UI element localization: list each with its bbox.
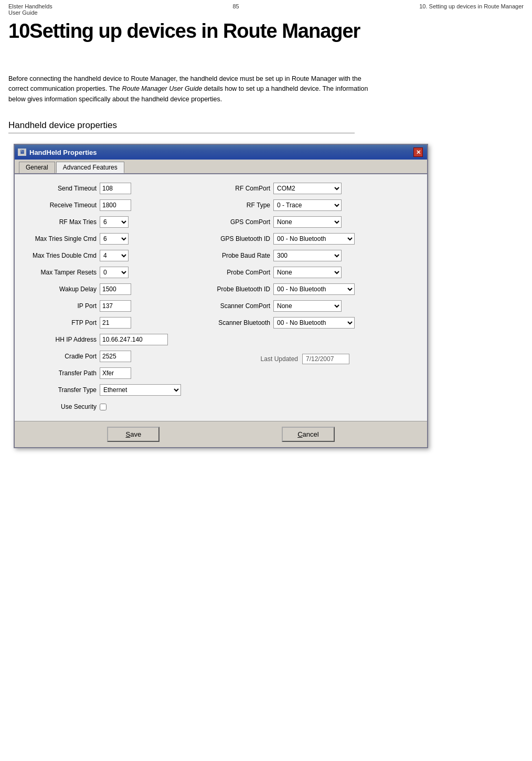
scanner-bluetooth-label: Scanner Bluetooth bbox=[207, 319, 270, 326]
probe-comport-label: Probe ComPort bbox=[207, 269, 270, 276]
probe-bluetooth-row: Probe Bluetooth ID 00 - No Bluetooth bbox=[207, 282, 355, 296]
handheld-properties-dialog: 🖥 HandHeld Properties ✕ General Advanced… bbox=[14, 144, 428, 448]
scanner-bluetooth-row: Scanner Bluetooth 00 - No Bluetooth bbox=[207, 316, 355, 330]
receive-timeout-row: Receive Timeout bbox=[23, 198, 181, 212]
max-tries-double-label: Max Tries Double Cmd bbox=[23, 252, 97, 259]
tab-advanced-features[interactable]: Advanced Features bbox=[56, 162, 124, 173]
dialog-icon: 🖥 bbox=[18, 149, 26, 156]
gps-bluetooth-select[interactable]: 00 - No Bluetooth bbox=[273, 233, 355, 245]
section-heading: Handheld device properties bbox=[8, 120, 355, 133]
scanner-comport-label: Scanner ComPort bbox=[207, 302, 270, 310]
chapter-title: 10Setting up devices in Route Manager bbox=[8, 20, 524, 43]
last-updated-row: Last Updated 7/12/2007 bbox=[207, 354, 355, 364]
transfer-type-row: Transfer Type Ethernet bbox=[23, 383, 181, 397]
use-security-row: Use Security bbox=[23, 400, 181, 414]
gps-bluetooth-label: GPS Bluetooth ID bbox=[207, 235, 270, 242]
wakup-delay-input[interactable] bbox=[100, 283, 131, 295]
dialog-tabs: General Advanced Features bbox=[15, 160, 427, 174]
rf-max-tries-select[interactable]: 6 bbox=[100, 216, 129, 228]
max-tamper-row: Max Tamper Resets 0 bbox=[23, 266, 181, 279]
rf-comport-row: RF ComPort COM2 bbox=[207, 182, 355, 195]
send-timeout-label: Send Timeout bbox=[23, 185, 97, 192]
scanner-bluetooth-select[interactable]: 00 - No Bluetooth bbox=[273, 317, 355, 329]
rf-max-tries-row: RF Max Tries 6 bbox=[23, 215, 181, 229]
gps-bluetooth-row: GPS Bluetooth ID 00 - No Bluetooth bbox=[207, 232, 355, 246]
ftp-port-label: FTP Port bbox=[23, 319, 97, 326]
use-security-checkbox[interactable] bbox=[100, 404, 107, 410]
transfer-type-select[interactable]: Ethernet bbox=[100, 384, 181, 396]
hh-ip-address-input[interactable] bbox=[100, 334, 168, 345]
wakup-delay-row: Wakup Delay bbox=[23, 282, 181, 296]
dialog-title-left: 🖥 HandHeld Properties bbox=[18, 149, 97, 156]
use-security-label: Use Security bbox=[23, 403, 97, 410]
max-tamper-label: Max Tamper Resets bbox=[23, 269, 97, 276]
probe-baud-label: Probe Baud Rate bbox=[207, 252, 270, 259]
cradle-port-input[interactable] bbox=[100, 351, 131, 362]
gps-comport-row: GPS ComPort None bbox=[207, 215, 355, 229]
header-left: Elster Handhelds User Guide bbox=[8, 3, 52, 16]
dialog-footer: Save Cancel bbox=[15, 421, 427, 447]
probe-bluetooth-select[interactable]: 00 - No Bluetooth bbox=[273, 283, 355, 295]
chapter-title-text: Setting up devices in Route Manager bbox=[29, 20, 360, 42]
dialog-body: Send Timeout Receive Timeout RF Max Trie… bbox=[15, 174, 427, 421]
probe-baud-row: Probe Baud Rate 300 bbox=[207, 249, 355, 262]
rf-comport-label: RF ComPort bbox=[207, 185, 270, 192]
cancel-button[interactable]: Cancel bbox=[282, 427, 334, 442]
rf-type-label: RF Type bbox=[207, 202, 270, 209]
transfer-path-input[interactable] bbox=[100, 367, 131, 379]
page-content: 10Setting up devices in Route Manager Be… bbox=[0, 20, 532, 469]
send-timeout-row: Send Timeout bbox=[23, 182, 181, 195]
send-timeout-input[interactable] bbox=[100, 183, 131, 194]
gps-comport-select[interactable]: None bbox=[273, 216, 342, 228]
header-chapter-ref: 10. Setting up devices in Route Manager bbox=[419, 3, 524, 9]
header-page-number: 85 bbox=[232, 3, 239, 9]
form-right-column: RF ComPort COM2 RF Type 0 - Trace bbox=[207, 182, 355, 414]
ftp-port-row: FTP Port bbox=[23, 316, 181, 330]
dialog-close-button[interactable]: ✕ bbox=[413, 147, 423, 157]
probe-comport-select[interactable]: None bbox=[273, 267, 342, 278]
transfer-type-label: Transfer Type bbox=[23, 386, 97, 394]
dialog-wrapper: 🖥 HandHeld Properties ✕ General Advanced… bbox=[14, 144, 428, 448]
cradle-port-label: Cradle Port bbox=[23, 353, 97, 360]
max-tries-single-select[interactable]: 6 bbox=[100, 233, 129, 245]
dialog-titlebar: 🖥 HandHeld Properties ✕ bbox=[15, 145, 427, 160]
ip-port-input[interactable] bbox=[100, 300, 131, 312]
rf-max-tries-label: RF Max Tries bbox=[23, 218, 97, 226]
max-tries-single-label: Max Tries Single Cmd bbox=[23, 235, 97, 242]
max-tries-double-row: Max Tries Double Cmd 4 bbox=[23, 249, 181, 262]
transfer-path-row: Transfer Path bbox=[23, 366, 181, 380]
dialog-title-text: HandHeld Properties bbox=[29, 149, 97, 156]
rf-comport-select[interactable]: COM2 bbox=[273, 183, 342, 194]
probe-comport-row: Probe ComPort None bbox=[207, 266, 355, 279]
last-updated-label: Last Updated bbox=[261, 355, 298, 363]
cradle-port-row: Cradle Port bbox=[23, 350, 181, 363]
hh-ip-address-row: HH IP Address bbox=[23, 333, 181, 346]
receive-timeout-label: Receive Timeout bbox=[23, 202, 97, 209]
transfer-path-label: Transfer Path bbox=[23, 369, 97, 377]
form-left-column: Send Timeout Receive Timeout RF Max Trie… bbox=[23, 182, 181, 414]
ftp-port-input[interactable] bbox=[100, 317, 131, 329]
wakup-delay-label: Wakup Delay bbox=[23, 286, 97, 293]
save-button[interactable]: Save bbox=[107, 427, 159, 442]
scanner-comport-select[interactable]: None bbox=[273, 300, 342, 312]
doc-header: Elster Handhelds User Guide 85 10. Setti… bbox=[0, 0, 532, 18]
last-updated-value: 7/12/2007 bbox=[302, 354, 349, 364]
max-tamper-select[interactable]: 0 bbox=[100, 267, 129, 278]
ip-port-label: IP Port bbox=[23, 302, 97, 310]
rf-type-row: RF Type 0 - Trace bbox=[207, 198, 355, 212]
max-tries-double-select[interactable]: 4 bbox=[100, 250, 129, 261]
receive-timeout-input[interactable] bbox=[100, 199, 131, 211]
probe-bluetooth-label: Probe Bluetooth ID bbox=[207, 286, 270, 293]
form-area: Send Timeout Receive Timeout RF Max Trie… bbox=[23, 182, 419, 414]
max-tries-single-row: Max Tries Single Cmd 6 bbox=[23, 232, 181, 246]
ip-port-row: IP Port bbox=[23, 299, 181, 313]
tab-general[interactable]: General bbox=[19, 162, 55, 173]
gps-comport-label: GPS ComPort bbox=[207, 218, 270, 226]
rf-type-select[interactable]: 0 - Trace bbox=[273, 199, 342, 211]
header-guide: User Guide bbox=[8, 9, 52, 16]
body-paragraph: Before connecting the handheld device to… bbox=[8, 74, 376, 104]
probe-baud-select[interactable]: 300 bbox=[273, 250, 342, 261]
scanner-comport-row: Scanner ComPort None bbox=[207, 299, 355, 313]
header-product: Elster Handhelds bbox=[8, 3, 52, 9]
chapter-number: 10 bbox=[8, 20, 29, 42]
